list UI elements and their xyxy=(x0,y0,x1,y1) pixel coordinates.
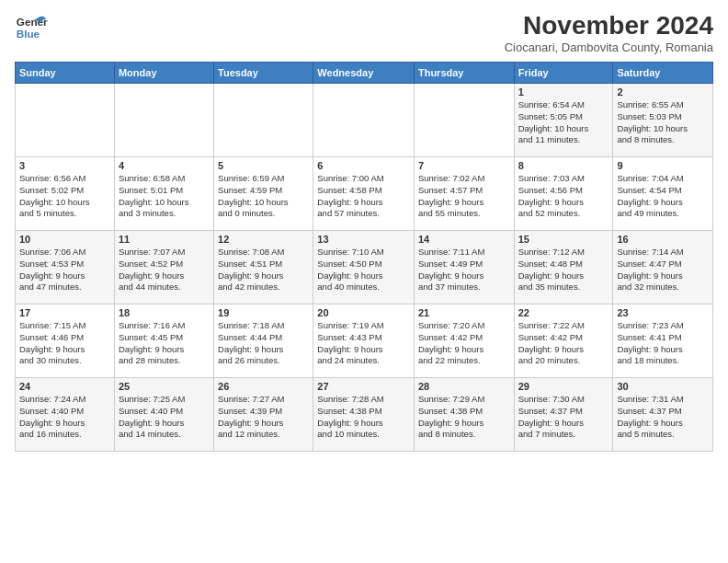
calendar-cell: 20Sunrise: 7:19 AM Sunset: 4:43 PM Dayli… xyxy=(313,304,415,378)
day-info: Sunrise: 7:14 AM Sunset: 4:47 PM Dayligh… xyxy=(617,247,709,293)
calendar-cell xyxy=(414,84,514,157)
day-info: Sunrise: 7:30 AM Sunset: 4:37 PM Dayligh… xyxy=(518,394,609,441)
day-info: Sunrise: 6:58 AM Sunset: 5:01 PM Dayligh… xyxy=(119,173,210,220)
day-number: 25 xyxy=(119,381,210,392)
day-info: Sunrise: 7:15 AM Sunset: 4:46 PM Dayligh… xyxy=(19,320,110,367)
calendar-header-row: Sunday Monday Tuesday Wednesday Thursday… xyxy=(16,63,713,84)
calendar-cell: 18Sunrise: 7:16 AM Sunset: 4:45 PM Dayli… xyxy=(114,304,213,378)
header-wednesday: Wednesday xyxy=(313,63,415,84)
calendar-cell: 25Sunrise: 7:25 AM Sunset: 4:40 PM Dayli… xyxy=(114,378,213,452)
calendar-cell: 2Sunrise: 6:55 AM Sunset: 5:03 PM Daylig… xyxy=(613,84,713,157)
header-friday: Friday xyxy=(514,63,613,84)
day-info: Sunrise: 7:10 AM Sunset: 4:50 PM Dayligh… xyxy=(317,247,410,293)
header-saturday: Saturday xyxy=(613,63,713,84)
day-number: 26 xyxy=(218,381,309,392)
calendar-cell: 5Sunrise: 6:59 AM Sunset: 4:59 PM Daylig… xyxy=(214,157,313,231)
day-number: 13 xyxy=(317,234,410,245)
day-info: Sunrise: 6:59 AM Sunset: 4:59 PM Dayligh… xyxy=(218,173,309,220)
calendar-cell: 8Sunrise: 7:03 AM Sunset: 4:56 PM Daylig… xyxy=(514,157,613,231)
day-info: Sunrise: 6:56 AM Sunset: 5:02 PM Dayligh… xyxy=(19,173,110,220)
header: General Blue November 2024 Ciocanari, Da… xyxy=(15,11,713,54)
day-number: 16 xyxy=(617,234,709,245)
calendar-cell: 4Sunrise: 6:58 AM Sunset: 5:01 PM Daylig… xyxy=(114,157,213,231)
day-number: 5 xyxy=(218,160,309,171)
day-info: Sunrise: 7:29 AM Sunset: 4:38 PM Dayligh… xyxy=(418,394,510,441)
calendar-week-0: 1Sunrise: 6:54 AM Sunset: 5:05 PM Daylig… xyxy=(16,84,713,157)
day-number: 12 xyxy=(218,234,309,245)
day-info: Sunrise: 7:04 AM Sunset: 4:54 PM Dayligh… xyxy=(617,173,709,220)
day-number: 20 xyxy=(317,307,410,318)
logo-icon: General Blue xyxy=(15,11,48,44)
day-number: 8 xyxy=(518,160,609,171)
calendar-cell xyxy=(114,84,213,157)
day-info: Sunrise: 7:03 AM Sunset: 4:56 PM Dayligh… xyxy=(518,173,609,220)
day-info: Sunrise: 6:54 AM Sunset: 5:05 PM Dayligh… xyxy=(518,99,609,146)
calendar-cell: 29Sunrise: 7:30 AM Sunset: 4:37 PM Dayli… xyxy=(514,378,613,452)
day-info: Sunrise: 7:19 AM Sunset: 4:43 PM Dayligh… xyxy=(317,320,410,367)
location: Ciocanari, Dambovita County, Romania xyxy=(505,40,713,54)
header-tuesday: Tuesday xyxy=(214,63,313,84)
calendar-cell xyxy=(214,84,313,157)
calendar-week-2: 10Sunrise: 7:06 AM Sunset: 4:53 PM Dayli… xyxy=(16,231,713,304)
logo: General Blue xyxy=(15,11,48,44)
day-number: 2 xyxy=(617,86,709,98)
calendar-cell: 13Sunrise: 7:10 AM Sunset: 4:50 PM Dayli… xyxy=(313,231,415,304)
calendar-cell: 3Sunrise: 6:56 AM Sunset: 5:02 PM Daylig… xyxy=(16,157,115,231)
day-number: 14 xyxy=(418,234,510,245)
day-info: Sunrise: 7:00 AM Sunset: 4:58 PM Dayligh… xyxy=(317,173,410,220)
day-info: Sunrise: 7:23 AM Sunset: 4:41 PM Dayligh… xyxy=(617,320,709,367)
page: General Blue November 2024 Ciocanari, Da… xyxy=(0,0,728,563)
day-number: 29 xyxy=(518,381,609,392)
day-info: Sunrise: 7:28 AM Sunset: 4:38 PM Dayligh… xyxy=(317,394,410,441)
header-monday: Monday xyxy=(114,63,213,84)
day-number: 30 xyxy=(617,381,709,392)
day-number: 4 xyxy=(119,160,210,171)
calendar-cell: 15Sunrise: 7:12 AM Sunset: 4:48 PM Dayli… xyxy=(514,231,613,304)
day-number: 21 xyxy=(418,307,510,318)
calendar-cell xyxy=(16,84,115,157)
month-title: November 2024 xyxy=(505,11,713,40)
day-info: Sunrise: 7:24 AM Sunset: 4:40 PM Dayligh… xyxy=(19,394,110,441)
calendar-cell: 7Sunrise: 7:02 AM Sunset: 4:57 PM Daylig… xyxy=(414,157,514,231)
day-number: 24 xyxy=(19,381,110,392)
calendar-cell: 27Sunrise: 7:28 AM Sunset: 4:38 PM Dayli… xyxy=(313,378,415,452)
calendar-week-4: 24Sunrise: 7:24 AM Sunset: 4:40 PM Dayli… xyxy=(16,378,713,452)
calendar-cell: 17Sunrise: 7:15 AM Sunset: 4:46 PM Dayli… xyxy=(16,304,115,378)
calendar-cell: 26Sunrise: 7:27 AM Sunset: 4:39 PM Dayli… xyxy=(214,378,313,452)
calendar-cell: 10Sunrise: 7:06 AM Sunset: 4:53 PM Dayli… xyxy=(16,231,115,304)
title-block: November 2024 Ciocanari, Dambovita Count… xyxy=(505,11,713,54)
calendar-table: Sunday Monday Tuesday Wednesday Thursday… xyxy=(15,62,713,452)
day-info: Sunrise: 7:20 AM Sunset: 4:42 PM Dayligh… xyxy=(418,320,510,367)
day-number: 9 xyxy=(617,160,709,171)
day-number: 3 xyxy=(19,160,110,171)
calendar-cell: 12Sunrise: 7:08 AM Sunset: 4:51 PM Dayli… xyxy=(214,231,313,304)
calendar-cell: 11Sunrise: 7:07 AM Sunset: 4:52 PM Dayli… xyxy=(114,231,213,304)
calendar-cell xyxy=(313,84,415,157)
calendar-cell: 9Sunrise: 7:04 AM Sunset: 4:54 PM Daylig… xyxy=(613,157,713,231)
calendar-cell: 16Sunrise: 7:14 AM Sunset: 4:47 PM Dayli… xyxy=(613,231,713,304)
day-info: Sunrise: 7:06 AM Sunset: 4:53 PM Dayligh… xyxy=(19,247,110,293)
calendar-cell: 24Sunrise: 7:24 AM Sunset: 4:40 PM Dayli… xyxy=(16,378,115,452)
day-number: 1 xyxy=(518,86,609,98)
calendar-cell: 1Sunrise: 6:54 AM Sunset: 5:05 PM Daylig… xyxy=(514,84,613,157)
day-info: Sunrise: 7:02 AM Sunset: 4:57 PM Dayligh… xyxy=(418,173,510,220)
day-number: 17 xyxy=(19,307,110,318)
header-thursday: Thursday xyxy=(414,63,514,84)
svg-text:Blue: Blue xyxy=(17,28,40,40)
day-info: Sunrise: 7:22 AM Sunset: 4:42 PM Dayligh… xyxy=(518,320,609,367)
calendar-cell: 14Sunrise: 7:11 AM Sunset: 4:49 PM Dayli… xyxy=(414,231,514,304)
day-number: 23 xyxy=(617,307,709,318)
day-number: 19 xyxy=(218,307,309,318)
calendar-cell: 30Sunrise: 7:31 AM Sunset: 4:37 PM Dayli… xyxy=(613,378,713,452)
calendar-week-3: 17Sunrise: 7:15 AM Sunset: 4:46 PM Dayli… xyxy=(16,304,713,378)
day-info: Sunrise: 7:16 AM Sunset: 4:45 PM Dayligh… xyxy=(119,320,210,367)
calendar-cell: 19Sunrise: 7:18 AM Sunset: 4:44 PM Dayli… xyxy=(214,304,313,378)
day-info: Sunrise: 7:31 AM Sunset: 4:37 PM Dayligh… xyxy=(617,394,709,441)
day-info: Sunrise: 7:18 AM Sunset: 4:44 PM Dayligh… xyxy=(218,320,309,367)
day-info: Sunrise: 7:27 AM Sunset: 4:39 PM Dayligh… xyxy=(218,394,309,441)
day-info: Sunrise: 7:25 AM Sunset: 4:40 PM Dayligh… xyxy=(119,394,210,441)
day-number: 7 xyxy=(418,160,510,171)
day-info: Sunrise: 6:55 AM Sunset: 5:03 PM Dayligh… xyxy=(617,99,709,146)
day-info: Sunrise: 7:12 AM Sunset: 4:48 PM Dayligh… xyxy=(518,247,609,293)
calendar-cell: 6Sunrise: 7:00 AM Sunset: 4:58 PM Daylig… xyxy=(313,157,415,231)
